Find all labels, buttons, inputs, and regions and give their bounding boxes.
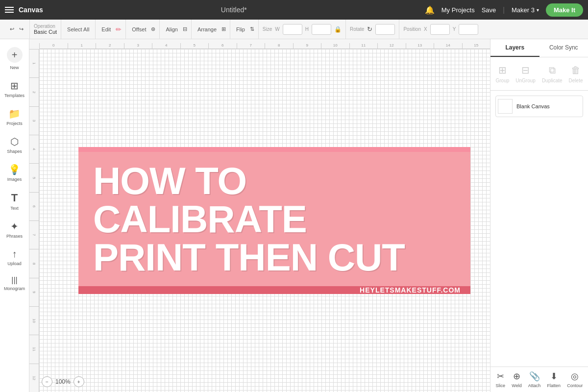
sidebar-item-projects[interactable]: 📁 Projects [0, 104, 29, 130]
arrange-button[interactable]: Arrange [196, 25, 219, 33]
size-section: Size W H 🔒 [259, 20, 346, 39]
weld-icon: ⊕ [513, 371, 520, 382]
shapes-icon: ⬡ [10, 136, 19, 147]
group-icon: ⊞ [498, 64, 507, 76]
layer-preview [498, 99, 513, 114]
offset-button[interactable]: Offset [130, 25, 148, 33]
canvas-content: HOW TO CALIBRATE PRINT THEN CUT HEYLETSM… [39, 49, 490, 392]
rotate-input[interactable] [375, 24, 395, 35]
image-top-bar [78, 147, 470, 152]
nav-divider: | [503, 6, 505, 14]
left-sidebar: + New ⊞ Templates 📁 Projects ⬡ Shapes 💡 … [0, 39, 29, 392]
machine-selector[interactable]: Maker 3 ▾ [512, 6, 539, 14]
canvas-image[interactable]: HOW TO CALIBRATE PRINT THEN CUT HEYLETSM… [78, 147, 470, 294]
right-actions: ⊞ Group ⊟ UnGroup ⧉ Duplicate 🗑 Delete [490, 57, 588, 91]
ruler-corner [29, 39, 39, 49]
align-icon[interactable]: ⊟ [183, 26, 187, 32]
operation-group: Operation Basic Cut [34, 24, 57, 35]
layer-name: Blank Canvas [516, 103, 550, 109]
contour-action[interactable]: ◎ Contour [567, 371, 583, 388]
sidebar-item-phrases[interactable]: ✦ Phrases [0, 217, 29, 243]
phrases-icon: ✦ [10, 220, 19, 232]
operation-section: Operation Basic Cut [30, 20, 61, 39]
align-button[interactable]: Align [164, 25, 179, 33]
lock-icon[interactable]: 🔒 [334, 26, 342, 33]
ruler-vertical: 1 2 3 4 5 6 7 8 9 10 11 12 [29, 49, 39, 392]
edit-button[interactable]: Edit [99, 25, 113, 33]
pos-y-input[interactable] [459, 24, 478, 35]
sidebar-item-upload[interactable]: ↑ Upload [0, 245, 29, 270]
my-projects-button[interactable]: My Projects [441, 6, 475, 14]
bell-icon[interactable]: 🔔 [425, 5, 435, 15]
delete-icon: 🗑 [571, 65, 581, 76]
image-main: HOW TO CALIBRATE PRINT THEN CUT [78, 152, 470, 286]
toolbar: ↩ ↪ Operation Basic Cut Select All Edit … [0, 20, 588, 39]
templates-icon: ⊞ [10, 80, 19, 92]
rotate-icon[interactable]: ↻ [367, 25, 372, 33]
undo-redo-section: ↩ ↪ [4, 20, 30, 39]
arrange-icon[interactable]: ⊞ [221, 26, 226, 32]
sidebar-item-monogram[interactable]: ||| Monogram [0, 272, 29, 295]
right-panel: Layers Color Sync ⊞ Group ⊟ UnGroup ⧉ Du… [490, 39, 588, 392]
top-nav: Canvas Untitled* 🔔 My Projects Save | Ma… [0, 0, 588, 20]
undo-button[interactable]: ↩ [8, 25, 16, 33]
operation-value: Basic Cut [34, 29, 57, 35]
sidebar-item-text[interactable]: T Text [0, 188, 29, 215]
bottom-actions: ✂ Slice ⊕ Weld 📎 Attach ⬇ Flatten ◎ Cont… [490, 367, 588, 392]
images-icon: 💡 [8, 164, 21, 175]
size-w-input[interactable] [283, 24, 302, 35]
slice-action[interactable]: ✂ Slice [496, 371, 506, 388]
undo-redo-group: ↩ ↪ [8, 25, 25, 33]
arrange-section: Arrange ⊞ [192, 20, 230, 39]
canvas-area[interactable]: 0 1 2 3 4 5 6 7 8 9 10 11 12 13 14 15 1 … [29, 39, 490, 392]
group-action[interactable]: ⊞ Group [494, 62, 512, 85]
layer-item[interactable]: Blank Canvas [495, 96, 583, 117]
attach-action[interactable]: 📎 Attach [528, 371, 541, 388]
edit-section: Edit ✏ [96, 20, 126, 39]
align-section: Align ⊟ [160, 20, 191, 39]
upload-icon: ↑ [12, 248, 17, 260]
rotate-section: Rotate ↻ [346, 20, 399, 39]
pos-x-input[interactable] [430, 24, 450, 35]
zoom-control: − 100% + [42, 376, 84, 387]
flip-button[interactable]: Flip [234, 25, 247, 33]
chevron-down-icon: ▾ [537, 7, 539, 13]
image-title-line2: PRINT THEN CUT [93, 238, 405, 276]
size-h-input[interactable] [312, 24, 331, 35]
sidebar-item-new[interactable]: + New [0, 43, 29, 74]
sidebar-item-images[interactable]: 💡 Images [0, 160, 29, 186]
layers-area: Blank Canvas [490, 91, 588, 367]
flatten-action[interactable]: ⬇ Flatten [547, 371, 561, 388]
tab-layers[interactable]: Layers [490, 39, 539, 57]
monogram-icon: ||| [11, 276, 17, 285]
image-bottom-bar: HEYLETSMAKESTUFF.COM [78, 286, 470, 294]
redo-button[interactable]: ↪ [17, 25, 25, 33]
pos-x-label: X [424, 26, 427, 32]
sidebar-item-templates[interactable]: ⊞ Templates [0, 76, 29, 102]
delete-action[interactable]: 🗑 Delete [567, 63, 585, 85]
menu-icon[interactable] [5, 7, 14, 13]
position-section: Position X Y [399, 20, 482, 39]
new-icon: + [7, 47, 23, 63]
nav-right: 🔔 My Projects Save | Maker 3 ▾ Make It [425, 3, 583, 17]
save-button[interactable]: Save [482, 6, 496, 14]
ungroup-action[interactable]: ⊟ UnGroup [514, 62, 538, 85]
zoom-minus-button[interactable]: − [42, 376, 52, 387]
flip-section: Flip ⇅ [230, 20, 259, 39]
rotate-label: Rotate [350, 26, 364, 32]
tab-color-sync[interactable]: Color Sync [539, 39, 588, 57]
main-layout: + New ⊞ Templates 📁 Projects ⬡ Shapes 💡 … [0, 39, 588, 392]
weld-action[interactable]: ⊕ Weld [512, 371, 521, 388]
nav-left: Canvas [5, 6, 43, 14]
select-all-section: Select All [61, 20, 96, 39]
duplicate-action[interactable]: ⧉ Duplicate [540, 63, 564, 85]
position-label: Position [403, 26, 421, 32]
make-it-button[interactable]: Make It [546, 3, 583, 17]
select-all-button[interactable]: Select All [65, 25, 91, 33]
duplicate-icon: ⧉ [549, 65, 556, 76]
pos-y-label: Y [453, 26, 456, 32]
zoom-plus-button[interactable]: + [74, 376, 84, 387]
sidebar-item-shapes[interactable]: ⬡ Shapes [0, 132, 29, 158]
projects-icon: 📁 [8, 108, 21, 120]
flip-icon[interactable]: ⇅ [250, 26, 254, 32]
